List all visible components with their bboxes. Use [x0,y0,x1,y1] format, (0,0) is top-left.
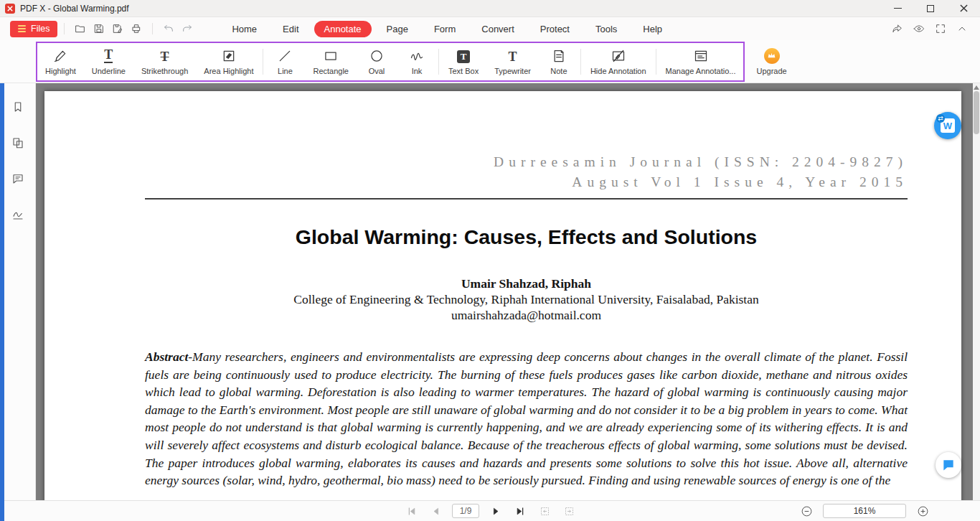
hide-annotation-icon [611,48,626,63]
chevron-up-icon [956,23,968,34]
tab-help[interactable]: Help [632,21,673,37]
pdf-x-window: PDF X - Global Warming.pdf Files [0,0,980,521]
tool-line[interactable]: Line [265,43,305,80]
next-page-button[interactable] [488,503,504,519]
journal-header-line2: August Vol 1 Issue 4, Year 2015 [145,172,908,192]
collapse-toolbar-button[interactable] [953,20,971,37]
print-button[interactable] [127,20,146,37]
vertical-scrollbar[interactable] [973,83,980,500]
tab-convert[interactable]: Convert [471,21,525,37]
abstract-text: -Many researchers, engineers and environ… [145,349,908,487]
pdf-page[interactable]: Durreesamin Journal (ISSN: 2204-9827) Au… [44,91,961,500]
open-file-button[interactable] [71,20,90,37]
header-rule [145,198,908,200]
first-page-button[interactable] [403,503,419,519]
bookmarks-panel-button[interactable] [9,98,27,116]
paper-author: Umair Shahzad, Riphah [145,276,908,291]
last-page-button[interactable] [512,503,528,519]
bookmark-icon [11,100,24,113]
tab-protect[interactable]: Protect [529,21,580,37]
tool-underline[interactable]: T Underline [84,43,133,80]
signature-icon [11,208,24,221]
thumbnails-panel-button[interactable] [9,133,27,152]
previous-view-button[interactable] [537,503,552,519]
tool-hide-annotation[interactable]: Hide Annotation [583,43,654,80]
fullscreen-icon [935,23,946,34]
journal-header-line1: Durreesamin Journal (ISSN: 2204-9827) [145,152,908,172]
signature-panel-button[interactable] [9,205,27,224]
zoom-level-display[interactable]: 161% [823,504,906,518]
convert-arrows-icon: ⇄ [936,114,945,123]
document-viewport[interactable]: Durreesamin Journal (ISSN: 2204-9827) Au… [36,83,980,500]
read-mode-button[interactable] [910,20,928,37]
tool-rectangle[interactable]: Rectangle [305,43,357,80]
window-controls [881,0,980,17]
chat-bubble-icon [941,458,956,472]
tool-highlight[interactable]: Highlight [37,43,84,80]
tool-ink[interactable]: Ink [397,43,437,80]
upgrade-button[interactable]: Upgrade [756,48,786,75]
divider [152,23,153,34]
tab-edit[interactable]: Edit [272,21,309,37]
typewriter-icon: T [509,48,517,63]
assistant-bubble-button[interactable] [936,452,961,478]
tool-area-highlight[interactable]: Area Highlight [196,43,261,80]
maximize-button[interactable] [914,0,947,17]
note-icon [552,48,566,63]
page-number-input[interactable] [452,504,479,518]
zoom-controls: 161% [799,504,930,518]
zoom-out-button[interactable] [799,504,814,518]
files-label: Files [31,24,50,34]
paper-email: umairshahzada@hotmail.com [145,307,908,323]
tab-form[interactable]: Form [423,21,466,37]
tab-tools[interactable]: Tools [585,21,628,37]
scrollbar-thumb[interactable] [974,91,979,134]
share-button[interactable] [888,20,907,37]
save-as-icon [112,23,123,34]
save-icon [93,23,105,34]
zoom-in-button[interactable] [915,504,930,518]
tool-typewriter[interactable]: T Typewriter [486,43,539,80]
convert-to-word-button[interactable]: W ⇄ [934,112,961,139]
manage-annotations-icon [694,48,708,63]
underline-icon: T [104,48,113,63]
tool-oval[interactable]: Oval [357,43,397,80]
divider [64,23,65,34]
toolbar-separator [656,49,656,75]
undo-icon [163,23,174,34]
folder-open-icon [75,23,86,34]
toolbar-separator [580,49,581,75]
tab-home[interactable]: Home [221,21,268,37]
redo-button[interactable] [178,20,197,37]
scroll-up-arrow[interactable] [974,85,979,90]
menubar: Files Home Edit Annotate Page Form Conve… [0,17,980,40]
text-box-icon: T [457,48,470,63]
comments-panel-button[interactable] [9,169,27,188]
fullscreen-button[interactable] [931,20,950,37]
files-button[interactable]: Files [10,21,57,37]
paper-affiliation: College of Engineering & Technology, Rip… [145,291,908,307]
close-button[interactable] [947,0,980,17]
tab-annotate[interactable]: Annotate [314,21,372,37]
zoom-out-icon [801,505,813,517]
printer-icon [131,23,142,34]
save-as-button[interactable] [108,20,127,37]
highlighter-icon [53,48,67,63]
annotation-toolbar: Highlight T Underline T Strikethrough Ar… [0,40,980,83]
undo-button[interactable] [159,20,178,37]
tab-page[interactable]: Page [376,21,419,37]
previous-page-button[interactable] [428,503,443,519]
minimize-button[interactable] [881,0,914,17]
left-sidebar [0,83,36,500]
save-button[interactable] [90,20,108,37]
tool-note[interactable]: Note [539,43,579,80]
page-navigation [403,503,577,519]
paper-title: Global Warming: Causes, Effects and Solu… [145,225,908,249]
strikethrough-icon: T [161,48,169,63]
next-view-icon [564,506,575,517]
tool-text-box[interactable]: T Text Box [440,43,486,80]
next-view-button[interactable] [561,503,577,519]
tool-strikethrough[interactable]: T Strikethrough [133,43,196,80]
pages-icon [11,136,24,149]
tool-manage-annotations[interactable]: Manage Annotatio... [658,43,744,80]
